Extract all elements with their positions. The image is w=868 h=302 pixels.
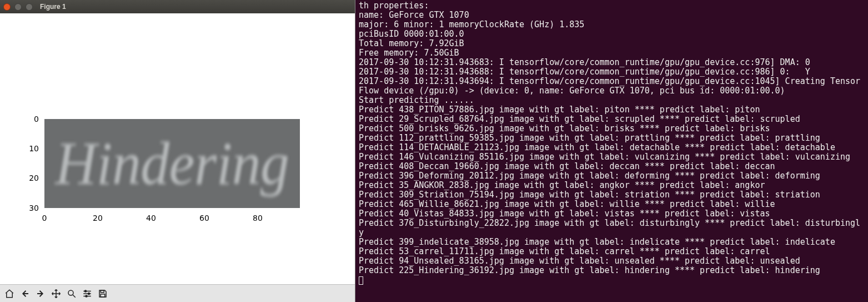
xtick-label: 40	[146, 214, 156, 222]
back-icon[interactable]	[18, 286, 32, 301]
window-title: Figure 1	[40, 3, 66, 11]
save-icon[interactable]	[96, 286, 110, 301]
terminal-cursor	[359, 276, 363, 285]
ytick-label: 0	[34, 115, 39, 123]
svg-point-1	[85, 290, 87, 292]
xtick-label: 60	[199, 214, 209, 222]
mpl-toolbar	[0, 284, 355, 302]
pan-icon[interactable]	[49, 286, 63, 301]
ytick-label: 20	[29, 174, 39, 182]
plot-image: Hindering	[44, 119, 300, 208]
svg-point-2	[88, 293, 90, 294]
window-titlebar[interactable]: Figure 1	[0, 0, 355, 13]
configure-icon[interactable]	[80, 286, 94, 301]
terminal-output: th properties: name: GeForce GTX 1070 ma…	[359, 1, 860, 275]
zoom-icon[interactable]	[64, 286, 79, 301]
minimize-icon[interactable]	[14, 3, 22, 11]
svg-rect-4	[101, 290, 104, 293]
xtick-label: 0	[42, 214, 47, 222]
xtick-label: 80	[253, 214, 263, 222]
plot-axes: 0 10 20 30 0 20 40 60 80 Hindering	[44, 119, 300, 208]
terminal[interactable]: th properties: name: GeForce GTX 1070 ma…	[355, 0, 868, 302]
svg-rect-5	[101, 294, 105, 296]
forward-icon[interactable]	[33, 286, 48, 301]
home-icon[interactable]	[2, 286, 17, 301]
svg-point-0	[68, 290, 73, 295]
ytick-label: 30	[29, 204, 39, 212]
svg-point-3	[86, 295, 87, 297]
xtick-label: 20	[93, 214, 103, 222]
image-text-content: Hindering	[55, 128, 289, 199]
close-icon[interactable]	[3, 3, 11, 11]
ytick-label: 10	[29, 144, 39, 153]
plot-canvas[interactable]: 0 10 20 30 0 20 40 60 80 Hindering	[0, 13, 355, 284]
maximize-icon[interactable]	[26, 3, 33, 11]
figure-window: Figure 1 0 10 20 30 0 20 40 60 80 Hinder…	[0, 0, 355, 302]
